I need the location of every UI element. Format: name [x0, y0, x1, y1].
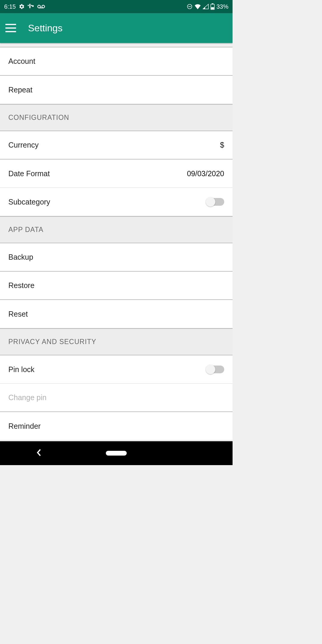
row-label: Reset — [8, 310, 28, 318]
battery-percent: 33% — [216, 3, 228, 10]
row-reset[interactable]: Reset — [0, 300, 233, 328]
svg-rect-10 — [212, 4, 213, 4]
svg-rect-1 — [29, 4, 30, 8]
teams-icon — [28, 4, 34, 10]
row-label: Account — [8, 57, 35, 66]
row-pin-lock[interactable]: Pin lock — [0, 355, 233, 384]
status-bar: 6:15 33% — [0, 0, 233, 13]
navigation-bar — [0, 441, 233, 465]
row-label: Restore — [8, 281, 35, 290]
home-pill[interactable] — [106, 451, 127, 456]
svg-rect-2 — [31, 5, 32, 6]
row-label: Repeat — [8, 86, 32, 94]
row-label: Subcategory — [8, 198, 50, 206]
subcategory-toggle[interactable] — [206, 198, 224, 206]
row-date-format[interactable]: Date Format 09/03/2020 — [0, 160, 233, 188]
section-privacy: PRIVACY AND SECURITY — [0, 328, 233, 355]
row-change-pin: Change pin — [0, 384, 233, 412]
settings-icon — [19, 4, 25, 10]
toggle-knob — [206, 365, 215, 374]
row-currency[interactable]: Currency $ — [0, 131, 233, 160]
menu-icon[interactable] — [5, 24, 16, 32]
row-label: Currency — [8, 141, 38, 149]
row-label: Backup — [8, 253, 33, 261]
back-icon[interactable] — [0, 449, 77, 458]
row-value: 09/03/2020 — [187, 169, 224, 178]
svg-point-3 — [32, 5, 34, 7]
row-backup[interactable]: Backup — [0, 243, 233, 272]
section-configuration: CONFIGURATION — [0, 104, 233, 131]
toggle-knob — [206, 197, 215, 207]
row-label: Change pin — [8, 393, 47, 402]
status-time: 6:15 — [4, 3, 16, 10]
svg-point-4 — [38, 5, 40, 8]
row-reminder[interactable]: Reminder — [0, 412, 233, 440]
cellular-icon — [203, 4, 209, 9]
row-account[interactable]: Account — [0, 47, 233, 76]
row-subcategory[interactable]: Subcategory — [0, 188, 233, 216]
row-label: Pin lock — [8, 365, 35, 374]
row-label: Date Format — [8, 169, 50, 178]
svg-point-5 — [42, 5, 44, 8]
settings-list: Account Repeat CONFIGURATION Currency $ … — [0, 43, 233, 441]
voicemail-icon — [37, 4, 45, 9]
app-bar: Settings — [0, 13, 233, 43]
row-restore[interactable]: Restore — [0, 272, 233, 300]
battery-icon — [210, 3, 215, 10]
row-value: $ — [220, 141, 224, 149]
section-app-data: APP DATA — [0, 216, 233, 243]
page-title: Settings — [28, 23, 63, 34]
pin-lock-toggle[interactable] — [206, 366, 224, 373]
wifi-icon — [194, 4, 201, 9]
svg-rect-11 — [211, 7, 214, 9]
row-repeat[interactable]: Repeat — [0, 76, 233, 104]
svg-rect-0 — [28, 5, 29, 6]
row-label: Reminder — [8, 422, 41, 431]
divider — [0, 43, 233, 47]
dnd-icon — [187, 4, 193, 10]
